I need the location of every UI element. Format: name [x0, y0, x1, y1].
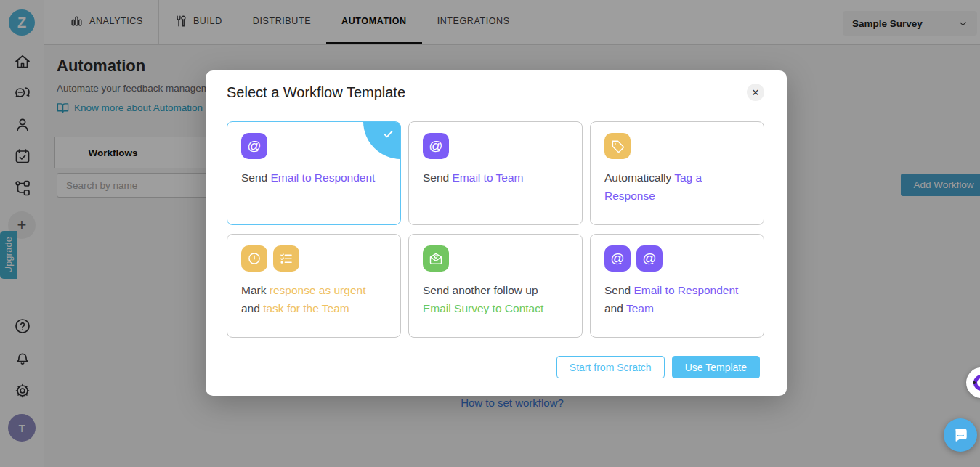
template-description: Automatically Tag a Response — [604, 168, 750, 205]
dot-icon — [973, 381, 976, 384]
description-text: and — [604, 302, 626, 314]
tag-icon — [604, 133, 631, 159]
email-icon: @ — [241, 133, 267, 159]
badge-row — [604, 133, 750, 159]
start-from-scratch-button[interactable]: Start from Scratch — [556, 356, 665, 378]
modal-footer: Start from Scratch Use Template — [556, 356, 760, 378]
template-description: Mark response as urgent and task for the… — [241, 281, 386, 317]
badge-row — [241, 245, 386, 272]
template-description: Send Email to Respondent — [241, 168, 386, 187]
description-text: Mark — [241, 284, 270, 296]
chat-bubble-icon — [952, 427, 968, 443]
workflow-template-card[interactable]: @@Send Email to Respondent and Team — [590, 234, 764, 338]
badge-row: @@ — [604, 245, 750, 272]
chat-launcher-button[interactable] — [944, 418, 977, 452]
workflow-template-card[interactable]: Mark response as urgent and task for the… — [227, 234, 401, 338]
workflow-template-card[interactable]: @Send Email to Respondent — [227, 121, 401, 225]
use-template-button[interactable]: Use Template — [672, 356, 760, 378]
email-survey-icon — [423, 245, 449, 272]
email-icon: @ — [636, 245, 663, 272]
workflow-template-card[interactable]: Automatically Tag a Response — [590, 121, 764, 225]
workflow-template-card[interactable]: Send another follow up Email Survey to C… — [408, 234, 583, 338]
template-description: Send another follow up Email Survey to C… — [423, 281, 568, 317]
description-text: Send — [604, 284, 634, 296]
template-grid: @Send Email to Respondent@Send Email to … — [227, 121, 764, 338]
description-text: Send another follow up — [423, 284, 538, 296]
template-description: Send Email to Team — [423, 168, 568, 187]
badge-row: @ — [423, 133, 568, 159]
template-description: Send Email to Respondent and Team — [604, 281, 750, 317]
badge-row — [423, 245, 568, 272]
workflow-template-modal: Select a Workflow Template ✕ @Send Email… — [206, 70, 787, 396]
description-text: and — [241, 302, 263, 314]
description-text: Automatically — [604, 171, 674, 184]
workflow-template-card[interactable]: @Send Email to Team — [408, 121, 583, 225]
modal-title: Select a Workflow Template — [227, 84, 405, 101]
description-highlight: response as urgent — [270, 284, 366, 296]
email-icon: @ — [604, 245, 631, 272]
description-text: Send — [241, 171, 271, 184]
urgent-icon — [241, 245, 267, 272]
email-icon: @ — [423, 133, 449, 159]
description-highlight: Email to Team — [453, 171, 524, 184]
badge-row: @ — [241, 133, 386, 159]
description-highlight: Email to Respondent — [271, 171, 376, 184]
description-highlight: Team — [626, 302, 654, 314]
description-highlight: Email Survey to Contact — [423, 302, 543, 314]
description-highlight: Email to Respondent — [634, 284, 739, 296]
task-list-icon — [273, 245, 299, 272]
description-text: Send — [423, 171, 453, 184]
close-icon[interactable]: ✕ — [747, 84, 764, 101]
description-highlight: task for the Team — [263, 302, 349, 314]
